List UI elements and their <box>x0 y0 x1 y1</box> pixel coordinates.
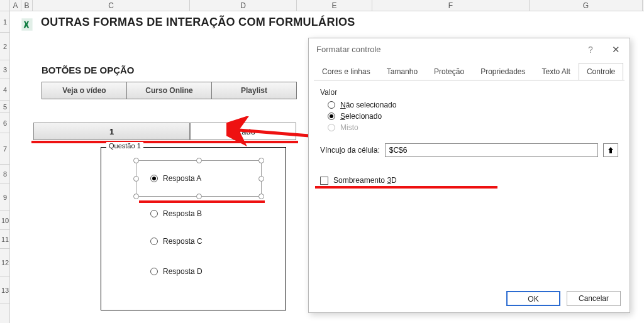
row-7[interactable]: 7 <box>0 133 10 165</box>
value-mixed: Misto <box>328 123 618 132</box>
radio-icon <box>150 238 158 245</box>
row-13[interactable]: 13 <box>0 276 10 304</box>
result-cell-d6[interactable]: Errado <box>190 123 296 140</box>
radio-icon <box>150 175 158 182</box>
shade-3d-checkbox[interactable]: Sombreamento 3D <box>320 176 618 185</box>
close-icon[interactable]: ✕ <box>606 38 626 61</box>
ok-button[interactable]: OK <box>506 291 560 306</box>
checkbox-icon <box>320 177 328 185</box>
row-2[interactable]: 2 <box>0 33 10 60</box>
value-group-label: Valor <box>320 88 618 97</box>
tab-controle-pane: Valor Não selecionado Selecionado Misto … <box>314 80 625 281</box>
row-8[interactable]: 8 <box>0 165 10 183</box>
annotation-underline-cells <box>31 141 298 143</box>
col-D[interactable]: D <box>190 0 297 11</box>
value-selected[interactable]: Selecionado <box>328 112 618 121</box>
radio-icon <box>328 101 335 109</box>
tab-propriedades[interactable]: Propriedades <box>472 63 533 80</box>
row-headers: 1 2 3 4 5 6 7 8 9 10 11 12 13 <box>0 11 10 323</box>
dialog-titlebar[interactable]: Formatar controle ? ✕ <box>309 38 630 61</box>
value-mixed-label: Misto <box>340 123 358 132</box>
cell-link-row: Vínculo da célula: <box>320 143 618 157</box>
col-F[interactable]: F <box>372 0 530 11</box>
tab-protecao[interactable]: Proteção <box>426 63 472 80</box>
radio-icon <box>150 210 158 217</box>
dialog-tabs: Cores e linhas Tamanho Proteção Propried… <box>309 61 630 80</box>
option-a[interactable]: Resposta A <box>150 174 201 183</box>
row-6[interactable]: 6 <box>0 113 10 133</box>
option-b[interactable]: Resposta B <box>150 209 202 218</box>
tab-texto-alt[interactable]: Texto Alt <box>534 63 579 80</box>
option-d[interactable]: Resposta D <box>150 267 203 276</box>
row-9[interactable]: 9 <box>0 183 10 211</box>
tab-cores-linhas[interactable]: Cores e linhas <box>314 63 379 80</box>
annotation-underline-link <box>315 186 497 189</box>
tab-tamanho[interactable]: Tamanho <box>379 63 426 80</box>
row-1[interactable]: 1 <box>0 11 10 33</box>
col-B[interactable]: B <box>21 0 33 11</box>
toolbar: Veja o vídeo Curso Online Playlist <box>42 82 297 99</box>
dialog-title-text: Formatar controle <box>316 45 381 54</box>
option-d-label: Resposta D <box>163 267 203 276</box>
value-not-selected[interactable]: Não selecionado <box>328 101 618 109</box>
radio-icon <box>328 124 335 131</box>
range-picker-icon[interactable] <box>603 143 618 157</box>
video-button[interactable]: Veja o vídeo <box>42 82 127 99</box>
option-a-label: Resposta A <box>163 174 201 183</box>
row-3[interactable]: 3 <box>0 60 10 79</box>
row-10[interactable]: 10 <box>0 211 10 230</box>
row-5[interactable]: 5 <box>0 101 10 113</box>
radio-icon <box>150 268 158 275</box>
tab-controle[interactable]: Controle <box>579 63 623 80</box>
section-title: BOTÕES DE OPÇÃO <box>42 65 135 75</box>
col-A[interactable]: A <box>10 0 21 11</box>
course-button[interactable]: Curso Online <box>127 82 212 99</box>
page-title: OUTRAS FORMAS DE INTERAÇÃO COM FORMULÁRI… <box>41 16 355 29</box>
column-headers: A B C D E F G <box>0 0 644 11</box>
cell-link-input[interactable] <box>385 143 598 157</box>
option-c-label: Resposta C <box>163 237 203 246</box>
row-11[interactable]: 11 <box>0 230 10 249</box>
col-E[interactable]: E <box>297 0 372 11</box>
select-all-cell[interactable] <box>0 0 10 11</box>
option-b-label: Resposta B <box>163 209 202 218</box>
cancel-button[interactable]: Cancelar <box>567 291 621 306</box>
linked-cell-c6[interactable]: 1 <box>33 123 190 140</box>
playlist-button[interactable]: Playlist <box>212 82 296 99</box>
dialog-buttons: OK Cancelar <box>506 291 621 306</box>
option-c[interactable]: Resposta C <box>150 237 203 246</box>
row-4[interactable]: 4 <box>0 79 10 101</box>
excel-icon <box>19 16 35 33</box>
groupbox-legend: Questão 1 <box>106 142 143 150</box>
col-C[interactable]: C <box>33 0 190 11</box>
format-control-dialog: Formatar controle ? ✕ Cores e linhas Tam… <box>308 38 630 313</box>
radio-icon <box>328 112 335 120</box>
col-G[interactable]: G <box>530 0 643 11</box>
question-groupbox: Questão 1 Resposta A Resposta B Resposta… <box>101 147 286 310</box>
annotation-underline-option <box>139 200 265 203</box>
row-12[interactable]: 12 <box>0 249 10 276</box>
help-icon[interactable]: ? <box>580 38 601 61</box>
